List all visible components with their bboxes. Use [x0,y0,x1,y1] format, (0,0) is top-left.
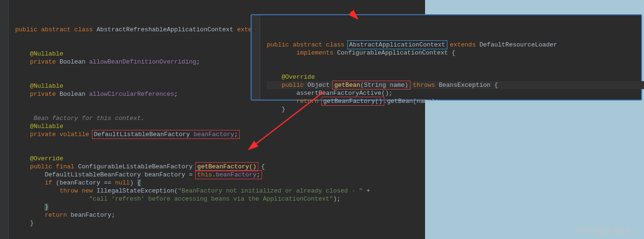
keyword: extends [450,41,476,48]
operator: = [189,171,193,178]
type: Object [308,82,330,89]
brace: { [137,179,141,186]
field-decl-box: DefaultListableBeanFactory beanFactory; [93,131,239,138]
semicolon: ; [234,131,238,138]
dot: . [383,98,387,105]
keyword: abstract [41,26,71,33]
keyword: return [45,211,67,219]
code-body-right[interactable]: public abstract class AbstractApplicatio… [255,33,641,113]
semicolon: ; [174,91,178,98]
this-ref-box: this.beanFactory; [196,171,261,178]
keyword: class [326,41,345,48]
keyword: throws [413,82,435,89]
keyword: private [30,58,56,65]
args: (name) [413,98,435,105]
keyword: public [30,163,52,170]
annotation: @Override [281,74,315,81]
method-sig-box[interactable]: getBean(String name) [333,82,409,89]
type: DefaultListableBeanFactory [45,171,141,178]
annotation: @Override [30,155,63,162]
keyword: volatile [60,131,89,138]
paren: ); [333,195,341,202]
paren: ) [130,179,134,186]
string: "BeanFactory not initialized or already … [178,187,363,194]
brace: } [30,220,34,227]
annotation: @Nullable [30,123,63,130]
keyword: this [197,171,212,178]
keyword: throw [60,187,78,194]
code-editor-panel-right[interactable]: public abstract class AbstractApplicatio… [251,14,642,101]
keyword: new [82,187,92,194]
type: ConfigurableApplicationContext [337,49,448,56]
keyword: abstract [293,41,322,48]
brace: { [261,163,265,170]
null-keyword: null [115,179,130,186]
brace: } [281,106,285,113]
method-call: getBean [387,98,413,105]
params: (String name) [360,82,408,89]
doc-comment: Bean factory for this context. [34,115,145,122]
field: allowBeanDefinitionOverriding [89,58,196,65]
semicolon: ; [435,98,439,105]
field: beanFactory [194,131,235,138]
local-var: beanFactory [145,171,185,178]
brace: { [452,49,455,56]
var: beanFactory [71,211,111,219]
type: DefaultListableBeanFactory [94,131,190,138]
condition: (beanFactory == [56,179,111,186]
keyword: return [296,98,318,105]
gutter-right [252,15,260,100]
call: assertBeanFactoryActive(); [296,90,392,97]
type: IllegalStateException( [97,187,178,194]
method: getBean [334,82,360,89]
exception: BeansException [439,82,490,89]
keyword: public [267,41,289,48]
semicolon: ; [256,171,260,178]
return-type: ConfigurableListableBeanFactory [78,163,193,170]
gutter-left [0,0,9,239]
keyword: if [45,179,52,186]
class-name-box[interactable]: AbstractApplicationContext [348,41,446,48]
keyword: final [56,163,74,170]
field: allowCircularReferences [89,91,174,98]
type: Boolean [60,58,86,65]
semicolon: ; [111,211,115,219]
keyword: private [30,91,56,98]
call-box[interactable]: getBeanFactory() [322,98,383,105]
semicolon: ; [196,58,200,65]
field-ref: beanFactory [216,171,256,178]
brace: } [45,203,48,211]
keyword: public [281,82,304,89]
csdn-watermark: CSDN @原来是肖某人 [575,227,637,235]
annotation: @Nullable [30,50,63,57]
keyword: implements [296,49,333,56]
method-name-box[interactable]: getBeanFactory() [196,163,257,170]
brace: { [494,82,498,89]
keyword: public [15,26,37,33]
plus: + [366,187,370,194]
keyword: class [74,26,93,33]
string: "call 'refresh' before accessing beans v… [89,195,333,202]
class-name: AbstractRefreshableApplicationContext [97,26,234,33]
keyword: private [30,131,56,138]
annotation: @Nullable [30,83,63,90]
type: DefaultResourceLoader [480,41,557,48]
type: Boolean [60,91,86,98]
